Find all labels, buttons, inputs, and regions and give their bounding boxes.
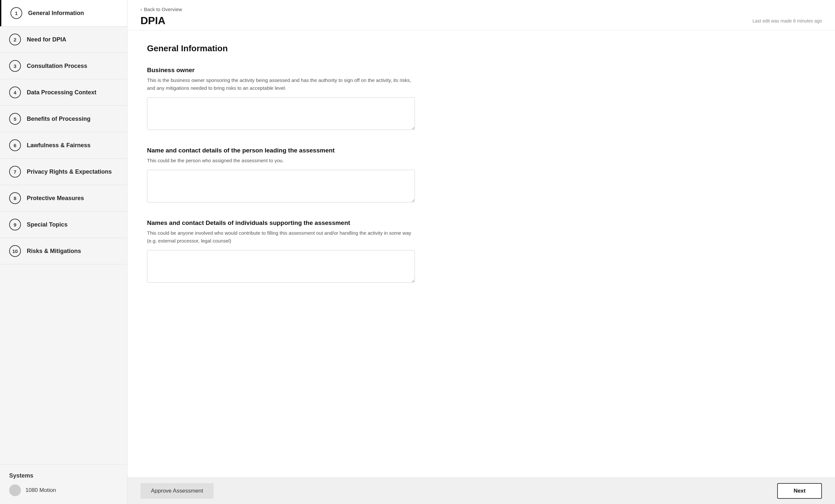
- back-link[interactable]: ‹ Back to Overview: [141, 6, 822, 12]
- nav-item-number: 8: [9, 192, 21, 204]
- nav-item-number: 5: [9, 113, 21, 125]
- field-description-contact_leading: This could be the person who assigned th…: [147, 157, 415, 165]
- sidebar-item-consultation-process[interactable]: 3Consultation Process: [0, 53, 127, 79]
- nav-item-label: General Information: [28, 10, 84, 17]
- nav-item-label: Protective Measures: [27, 195, 84, 202]
- sidebar-item-risks-and-mitigations[interactable]: 10Risks & Mitigations: [0, 238, 127, 265]
- field-description-contact_supporting: This could be anyone involved who would …: [147, 229, 415, 245]
- main-content: ‹ Back to Overview DPIA Last edit was ma…: [127, 0, 835, 504]
- next-button[interactable]: Next: [777, 483, 822, 499]
- nav-item-label: Need for DPIA: [27, 36, 66, 43]
- nav-item-number: 1: [11, 7, 22, 19]
- sidebar-item-general-information[interactable]: 1General Information: [0, 0, 127, 26]
- form-fields: Business ownerThis is the business owner…: [147, 67, 815, 284]
- header: ‹ Back to Overview DPIA Last edit was ma…: [127, 0, 835, 30]
- form-group-contact_supporting: Names and contact Details of individuals…: [147, 219, 815, 284]
- nav-item-number: 10: [9, 245, 21, 257]
- content-area: General Information Business ownerThis i…: [127, 30, 835, 478]
- field-description-business_owner: This is the business owner sponsoring th…: [147, 77, 415, 92]
- nav-item-label: Risks & Mitigations: [27, 248, 81, 255]
- sidebar-item-benefits-of-processing[interactable]: 5Benefits of Processing: [0, 106, 127, 132]
- sidebar-item-protective-measures[interactable]: 8Protective Measures: [0, 185, 127, 211]
- sidebar-item-need-for-dpia[interactable]: 2Need for DPIA: [0, 26, 127, 53]
- field-label-contact_supporting: Names and contact Details of individuals…: [147, 219, 815, 227]
- back-chevron-icon: ‹: [141, 7, 142, 12]
- nav-item-label: Benefits of Processing: [27, 115, 90, 122]
- field-input-business_owner[interactable]: [147, 97, 415, 130]
- nav-item-label: Consultation Process: [27, 63, 87, 69]
- field-label-business_owner: Business owner: [147, 67, 815, 74]
- nav-item-label: Data Processing Context: [27, 89, 96, 96]
- nav-item-number: 6: [9, 140, 21, 151]
- system-item[interactable]: 1080 Motion: [9, 484, 118, 496]
- field-input-contact_leading[interactable]: [147, 170, 415, 203]
- systems-title: Systems: [9, 472, 118, 479]
- system-avatar: [9, 484, 21, 496]
- nav-item-label: Special Topics: [27, 221, 68, 228]
- nav-item-label: Privacy Rights & Expectations: [27, 168, 112, 175]
- footer: Approve Assessment Next: [127, 478, 835, 504]
- form-group-contact_leading: Name and contact details of the person l…: [147, 147, 815, 204]
- sidebar-item-special-topics[interactable]: 9Special Topics: [0, 211, 127, 238]
- sidebar: 1General Information2Need for DPIA3Consu…: [0, 0, 127, 504]
- field-label-contact_leading: Name and contact details of the person l…: [147, 147, 815, 154]
- field-input-contact_supporting[interactable]: [147, 250, 415, 283]
- systems-section: Systems 1080 Motion: [0, 464, 127, 504]
- approve-assessment-button[interactable]: Approve Assessment: [141, 483, 213, 499]
- nav-item-number: 7: [9, 166, 21, 177]
- system-name: 1080 Motion: [25, 487, 56, 493]
- back-link-label: Back to Overview: [144, 6, 182, 12]
- header-row: DPIA Last edit was made 6 minutes ago: [141, 15, 822, 27]
- sidebar-item-data-processing-context[interactable]: 4Data Processing Context: [0, 79, 127, 106]
- nav-item-label: Lawfulness & Fairness: [27, 142, 90, 149]
- sidebar-item-lawfulness-and-fairness[interactable]: 6Lawfulness & Fairness: [0, 132, 127, 159]
- page-title: DPIA: [141, 15, 165, 27]
- nav-item-number: 4: [9, 86, 21, 98]
- form-group-business_owner: Business ownerThis is the business owner…: [147, 67, 815, 131]
- section-heading: General Information: [147, 43, 815, 54]
- nav-item-number: 3: [9, 60, 21, 72]
- sidebar-nav: 1General Information2Need for DPIA3Consu…: [0, 0, 127, 464]
- nav-item-number: 2: [9, 34, 21, 45]
- nav-item-number: 9: [9, 219, 21, 230]
- sidebar-item-privacy-rights-and-expectations[interactable]: 7Privacy Rights & Expectations: [0, 159, 127, 185]
- last-edit-text: Last edit was made 6 minutes ago: [753, 18, 822, 23]
